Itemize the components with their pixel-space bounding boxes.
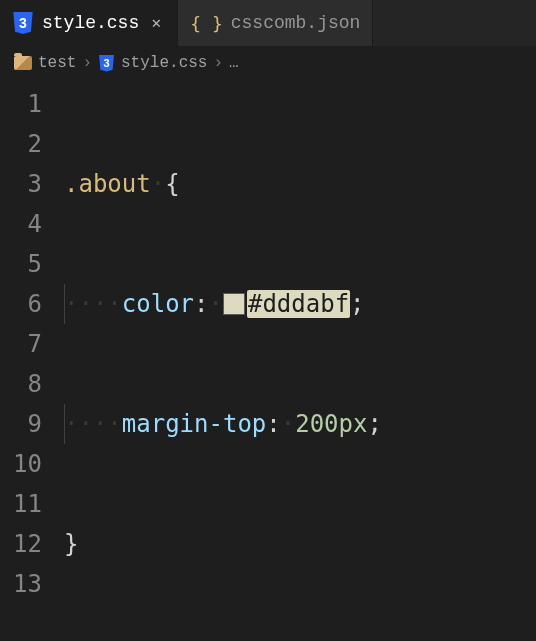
colon: : <box>266 410 280 438</box>
whitespace-dot: · <box>151 170 165 198</box>
breadcrumb[interactable]: test › 3 style.css › … <box>0 46 536 80</box>
property: margin-top <box>122 410 267 438</box>
tab-bar: 3 style.css ✕ { } csscomb.json <box>0 0 536 46</box>
code-area[interactable]: .about·{ ····color:·#dddabf; ····margin-… <box>64 84 536 641</box>
line-number: 1 <box>0 84 42 124</box>
breadcrumb-item-folder[interactable]: test <box>14 54 76 72</box>
color-swatch[interactable] <box>223 293 245 315</box>
code-line: .about·{ <box>64 164 536 204</box>
chevron-right-icon: › <box>82 54 92 72</box>
code-line: } <box>64 524 536 564</box>
line-number: 8 <box>0 364 42 404</box>
value: 200px <box>295 410 367 438</box>
selector: .about <box>64 170 151 198</box>
line-number: 11 <box>0 484 42 524</box>
tab-csscomb-json[interactable]: { } csscomb.json <box>178 0 373 46</box>
whitespace-dot: ···· <box>64 290 122 318</box>
breadcrumb-label: test <box>38 54 76 72</box>
breadcrumb-label: style.css <box>121 54 207 72</box>
close-icon[interactable]: ✕ <box>147 14 165 32</box>
chevron-right-icon: › <box>213 54 223 72</box>
line-number: 2 <box>0 124 42 164</box>
tab-style-css[interactable]: 3 style.css ✕ <box>0 0 178 46</box>
line-number: 9 <box>0 404 42 444</box>
colon: : <box>194 290 208 318</box>
line-number: 10 <box>0 444 42 484</box>
css3-icon: 3 <box>12 12 34 34</box>
brace: } <box>64 530 78 558</box>
folder-icon <box>14 56 32 70</box>
property: color <box>122 290 194 318</box>
css3-icon: 3 <box>98 55 115 72</box>
whitespace-dot: ···· <box>64 410 122 438</box>
line-number: 3 <box>0 164 42 204</box>
tab-label: csscomb.json <box>231 13 361 33</box>
tab-label: style.css <box>42 13 139 33</box>
semicolon: ; <box>350 290 364 318</box>
line-number-gutter: 1 2 3 4 5 6 7 8 9 10 11 12 13 <box>0 84 64 641</box>
hex-value: #dddabf <box>247 290 350 318</box>
line-number: 13 <box>0 564 42 604</box>
code-line: ····color:·#dddabf; <box>64 284 536 324</box>
indent-guide <box>64 284 65 324</box>
breadcrumb-item-file[interactable]: 3 style.css <box>98 54 207 72</box>
breadcrumb-ellipsis[interactable]: … <box>229 54 239 72</box>
line-number: 7 <box>0 324 42 364</box>
semicolon: ; <box>367 410 381 438</box>
indent-guide <box>64 404 65 444</box>
brace: { <box>165 170 179 198</box>
code-line: ····margin-top:·200px; <box>64 404 536 444</box>
json-braces-icon: { } <box>190 13 223 34</box>
line-number: 4 <box>0 204 42 244</box>
line-number: 12 <box>0 524 42 564</box>
whitespace-dot: · <box>209 290 223 318</box>
line-number: 5 <box>0 244 42 284</box>
line-number: 6 <box>0 284 42 324</box>
code-editor[interactable]: 1 2 3 4 5 6 7 8 9 10 11 12 13 .about·{ ·… <box>0 80 536 641</box>
whitespace-dot: · <box>281 410 295 438</box>
